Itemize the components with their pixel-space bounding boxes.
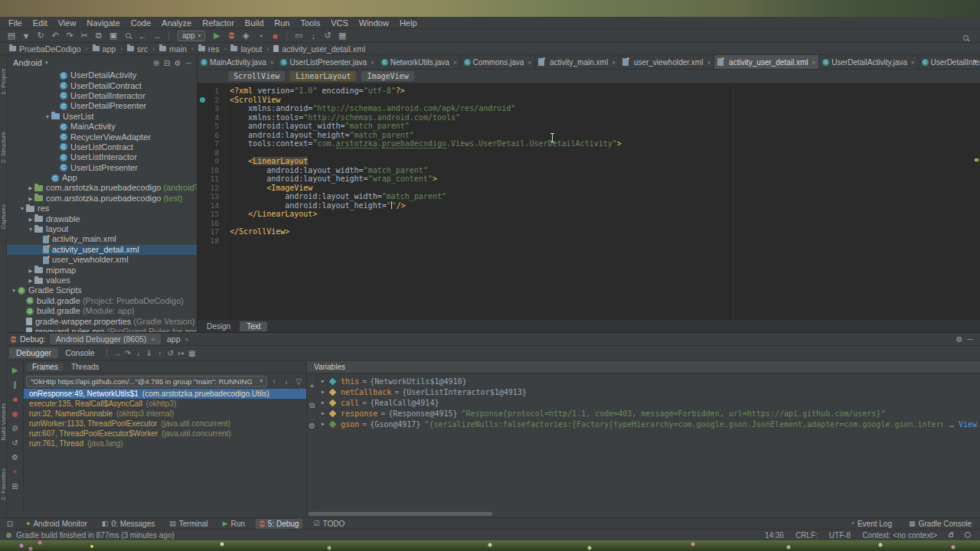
code-line[interactable]: 2<ScrollView xyxy=(198,96,980,105)
code-line[interactable]: 7 tools:context="com.arstotzka.pruebadec… xyxy=(198,139,980,148)
sync-icon[interactable]: ↻ xyxy=(34,30,47,42)
drop-frame-icon[interactable]: ↺ xyxy=(165,347,176,359)
code-editor[interactable]: 1<?xml version="1.0" encoding="utf-8"?>2… xyxy=(198,84,980,319)
lock-icon[interactable] xyxy=(949,533,953,537)
close-tab-icon[interactable]: × xyxy=(707,59,710,66)
menu-window[interactable]: Window xyxy=(354,18,394,28)
stack-frame[interactable]: run:32, NamedRunnable(okhttp3.internal) xyxy=(24,409,306,419)
toolwindow-button-5-debug[interactable]: 5: Debug xyxy=(256,519,303,529)
expand-icon[interactable]: ▶ xyxy=(318,378,328,384)
avd-manager-icon[interactable]: ▭ xyxy=(292,30,305,42)
toolwindow-button-event-log[interactable]: ◔Event Log xyxy=(847,519,896,529)
redo-icon[interactable]: ↷ xyxy=(63,30,77,42)
editor-tab[interactable]: CUserDetailActivity.java× xyxy=(819,55,918,69)
editor-tab[interactable]: CMainActivity.java× xyxy=(198,55,277,69)
back-icon[interactable]: ← xyxy=(136,30,149,42)
code-line[interactable]: 14 android:layout_height=""/> xyxy=(198,201,980,210)
stack-frame[interactable]: onResponse:49, NetworkUtils$1(com.arstot… xyxy=(24,389,306,399)
tree-item[interactable]: CApp xyxy=(7,173,197,183)
tree-item[interactable]: CUserDetailContract xyxy=(7,80,197,90)
code-line[interactable]: 10 android:layout_width="match_parent" xyxy=(198,166,980,175)
stack-frame[interactable]: run:607, ThreadPoolExecutor$Worker(java.… xyxy=(24,429,306,439)
breadcrumb-item[interactable]: res xyxy=(197,44,221,54)
evaluate-expression-icon[interactable]: ▦ xyxy=(187,347,198,359)
tree-item[interactable]: CUserDetailActivity xyxy=(7,70,197,80)
code-line[interactable]: 12 <ImageView xyxy=(198,184,980,193)
expand-icon[interactable]: ▶ xyxy=(318,421,328,427)
tree-item[interactable]: ▼layout xyxy=(7,224,197,234)
code-line[interactable]: 18 xyxy=(198,236,980,246)
tree-item[interactable]: Gbuild.gradle (Module: app) xyxy=(7,306,197,316)
tool-stripe-structure[interactable]: 2: Structure xyxy=(0,132,7,163)
tree-expand-icon[interactable]: ▶ xyxy=(27,183,34,193)
profiler-icon[interactable]: ◔ xyxy=(253,30,267,42)
code-line[interactable]: 9 <LinearLayout xyxy=(198,157,980,166)
run-to-cursor-icon[interactable]: ↦ xyxy=(176,347,187,359)
save-all-icon[interactable]: ▼ xyxy=(19,30,33,42)
tree-item[interactable]: CUserListContract xyxy=(7,142,197,152)
pause-icon[interactable]: ∥ xyxy=(9,380,21,390)
tree-item[interactable]: CUserListInteractor xyxy=(7,152,197,162)
tree-item[interactable]: ▼res xyxy=(7,204,197,214)
stack-frame[interactable]: runWorker:1133, ThreadPoolExecutor(java.… xyxy=(24,419,306,429)
status-widget[interactable]: UTF-8 xyxy=(829,531,851,540)
breadcrumb-item[interactable]: layout xyxy=(229,44,263,54)
sdk-manager-icon[interactable]: ↓ xyxy=(306,30,320,42)
editor-tab[interactable]: CUserDetailInteractor.java× xyxy=(919,55,980,69)
paste-icon[interactable]: ▣ xyxy=(106,30,120,42)
hide-panel-icon[interactable]: ─ xyxy=(183,57,194,69)
tree-item[interactable]: activity_main.xml xyxy=(7,234,197,244)
menu-tools[interactable]: Tools xyxy=(295,18,325,28)
breadcrumb-item[interactable]: app xyxy=(91,44,118,54)
menu-navigate[interactable]: Navigate xyxy=(81,18,125,28)
variable-row[interactable]: ▶this={NetworkUtils$1@4910} xyxy=(318,376,980,386)
tree-item[interactable]: ▶drawable xyxy=(7,214,197,223)
tab-debugger[interactable]: Debugger xyxy=(9,347,58,358)
status-widget[interactable]: CRLF: xyxy=(795,531,818,540)
mute-breakpoints-icon[interactable]: ⊘ xyxy=(9,423,21,433)
close-tab-icon[interactable]: × xyxy=(453,59,457,66)
tree-item[interactable]: CUserDetailInteractor xyxy=(7,91,197,101)
tree-item[interactable]: activity_user_detail.xml xyxy=(7,245,197,255)
pin-icon[interactable]: ⊞ xyxy=(9,481,21,491)
tree-expand-icon[interactable]: ▶ xyxy=(27,194,34,204)
variable-row[interactable]: ▶call={RealCall@4914} xyxy=(318,397,980,408)
code-line[interactable]: 13 android:layout_width="match_parent" xyxy=(198,192,980,201)
xml-breadcrumb-imageview[interactable]: ImageView xyxy=(361,71,413,81)
debug-settings-icon[interactable]: ⚙ xyxy=(9,452,21,462)
xml-breadcrumb-scrollview[interactable]: ScrollView xyxy=(228,71,285,81)
tab-text[interactable]: Text xyxy=(240,321,267,331)
stack-frame[interactable]: run:761, Thread(java.lang) xyxy=(24,439,306,448)
code-line[interactable]: 11 android:layout_height="wrap_content"> xyxy=(198,174,980,184)
menu-vcs[interactable]: VCS xyxy=(325,18,354,28)
coverage-icon[interactable]: ◈ xyxy=(239,30,253,42)
expand-icon[interactable]: ▶ xyxy=(318,389,328,395)
step-out-icon[interactable]: ↑ xyxy=(155,347,165,359)
tree-item[interactable]: user_viewholder.xml xyxy=(7,255,197,265)
tab-threads[interactable]: Threads xyxy=(66,363,105,371)
force-step-into-icon[interactable]: ⇓ xyxy=(144,347,155,359)
editor-tab[interactable]: user_viewholder.xml× xyxy=(619,55,714,69)
close-tab-icon[interactable]: × xyxy=(270,59,274,66)
variable-row[interactable]: ▶gson={Gson@4917}"{serializeNulls:falsef… xyxy=(318,419,980,429)
variable-row[interactable]: ▶netCallback={UserListInteractor$1@4913} xyxy=(318,386,980,397)
menu-view[interactable]: View xyxy=(53,18,82,28)
close-tab-icon[interactable]: × xyxy=(151,336,155,343)
editor-tab[interactable]: CUserListPresenter.java× xyxy=(277,55,377,69)
code-line[interactable]: 17</ScrollView> xyxy=(198,227,980,236)
tree-item[interactable]: CMainActivity xyxy=(7,122,197,132)
menu-help[interactable]: Help xyxy=(394,18,423,28)
view-value-link[interactable]: View xyxy=(959,420,977,429)
frame-up-icon[interactable]: ↑ xyxy=(269,375,279,387)
show-execution-point-icon[interactable]: → xyxy=(112,347,122,359)
debug-icon[interactable] xyxy=(224,30,238,42)
tab-list-chevron-icon[interactable]: ▾ xyxy=(973,57,977,65)
horizontal-scrollbar[interactable] xyxy=(309,512,492,516)
code-line[interactable]: 8 xyxy=(198,148,980,158)
tree-item[interactable]: Gbuild.gradle (Project: PruebaDeCodigo) xyxy=(7,296,197,306)
collapse-all-icon[interactable]: ⊟ xyxy=(162,57,172,69)
tab-design[interactable]: Design xyxy=(200,321,237,331)
code-line[interactable]: 6 android:layout_height="match_parent" xyxy=(198,131,980,140)
hide-panel-icon[interactable]: ─ xyxy=(965,333,975,345)
tree-item[interactable]: gradle-wrapper.properties (Gradle Versio… xyxy=(7,316,197,326)
